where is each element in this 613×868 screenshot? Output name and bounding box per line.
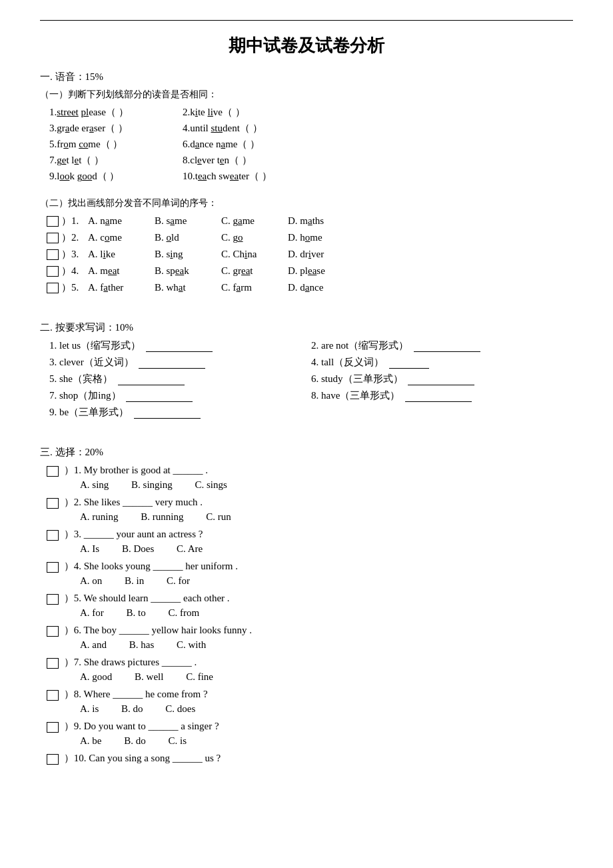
choice-options-7: A. good B. well C. fine — [47, 671, 573, 683]
choice-q4-a: A. on — [80, 575, 102, 586]
vocab-row-2: 3. clever（近义词） 4. tall（反义词） — [49, 356, 573, 369]
vocab-item-2: 2. are not（缩写形式） — [311, 339, 573, 352]
q4-num: 4. — [183, 123, 190, 134]
q10-word2b: ea — [230, 171, 239, 182]
choice-bracket-4 — [47, 562, 59, 573]
choice-bracket-8 — [47, 690, 59, 701]
choice-q8-c: C. does — [165, 703, 195, 714]
q10-word1b: ea — [198, 171, 207, 182]
v7-blank — [126, 391, 193, 402]
p2-c2: C. go — [221, 232, 288, 243]
q1-word1: str — [57, 107, 67, 118]
p2-a2: A. come — [88, 232, 155, 243]
v2-blank — [414, 341, 480, 352]
q3-word2b: a — [89, 123, 94, 134]
choice-q10: ）10. Can you sing a song ______ us ? — [47, 752, 573, 765]
p2-d5: D. dance — [288, 282, 323, 293]
q3-word2c: ser（ ） — [94, 122, 128, 135]
phonics-item-2: 2. kite live （ ） — [183, 106, 316, 119]
q8-word2c: n（ ） — [225, 154, 252, 167]
phonics-questions: 1. street please （ ） 2. kite live （ ） 3.… — [40, 106, 573, 183]
q6-word1: d — [190, 139, 195, 150]
q9-word2c: d（ ） — [92, 170, 119, 183]
q2-num: 2. — [183, 107, 190, 118]
choice-q8-a: A. is — [80, 703, 99, 714]
p2-c3: C. China — [221, 249, 288, 260]
q3-word2: er — [81, 123, 89, 134]
p2-b2: B. old — [155, 232, 221, 243]
v4-blank — [389, 358, 429, 369]
vocab-item-6: 6. study（三单形式） — [311, 373, 573, 385]
phonics-item-6: 6. dance name（ ） — [183, 138, 316, 151]
v7-num: 7. shop（加ing） — [49, 390, 121, 401]
choice-bracket-10 — [47, 754, 59, 765]
choice-q6-c: C. with — [177, 639, 206, 650]
choice-bracket-9 — [47, 722, 59, 733]
p2-bracket-2 — [47, 233, 59, 243]
choice-bracket-2 — [47, 498, 59, 509]
q10-word2c: ter（ ） — [239, 170, 272, 183]
v8-num: 8. have（三单形式） — [311, 390, 400, 401]
q8-num: 8. — [183, 155, 190, 166]
phonics-item-9: 9. look good（ ） — [49, 170, 183, 183]
vocab-item-9: 9. be（三单形式） — [49, 406, 311, 419]
choice-questions: ）1. My brother is good at ______ . A. si… — [40, 464, 573, 765]
p2-c4: C. great — [221, 265, 288, 277]
choice-bracket-1 — [47, 466, 59, 477]
q2-word1: k — [190, 107, 195, 118]
vocab-item-7: 7. shop（加ing） — [49, 389, 311, 402]
choice-q3-b: B. Does — [122, 543, 154, 554]
choice-q8: ）8. Where ______ he come from ? — [47, 688, 573, 701]
v1-num: 1. let us（缩写形式） — [49, 340, 141, 351]
q5-word1c: m — [69, 139, 77, 150]
choice-bracket-7 — [47, 658, 59, 669]
phonics2-questions: ）1. A. name B. same C. game D. maths ）2.… — [40, 215, 573, 294]
p2-d4: D. please — [288, 265, 325, 277]
p2-a3: A. like — [88, 249, 155, 260]
p2-num-4: ）4. — [61, 265, 88, 277]
phonics-row-5: 9. look good（ ） 10. teach sweater（ ） — [40, 170, 573, 183]
v1-blank — [146, 341, 213, 352]
q4-word2: stu — [211, 123, 223, 134]
q6-word1b: a — [195, 139, 200, 150]
choice-q6: ）6. The boy ______ yellow hair looks fun… — [47, 624, 573, 637]
section2-title: 二. 按要求写词：10% — [40, 321, 573, 334]
p2-c1: C. game — [221, 215, 288, 227]
q1-bracket: （ ） — [106, 106, 129, 119]
choice-q1-text: ）1. My brother is good at ______ . — [64, 465, 208, 475]
q2-bracket: （ ） — [223, 106, 245, 119]
p2-row-2: ）2. A. come B. old C. go D. home — [47, 231, 573, 244]
choice-q9-b: B. do — [124, 735, 146, 746]
choice-q4-text: ）4. She looks young ______ her uniform . — [64, 561, 238, 571]
phonics-row-2: 3. grade eraser（ ） 4. until student（ ） — [40, 122, 573, 135]
vocab-row-1: 1. let us（缩写形式） 2. are not（缩写形式） — [49, 339, 573, 352]
p2-num-5: ）5. — [61, 281, 88, 294]
p2-b1: B. same — [155, 215, 221, 227]
q8-word2b: e — [220, 155, 225, 166]
choice-q2-b: B. running — [141, 511, 183, 522]
choice-options-5: A. for B. to C. from — [47, 607, 573, 619]
choice-q2-text: ）2. She likes ______ very much . — [64, 497, 203, 507]
v5-blank — [118, 375, 185, 385]
q4-word2b: dent（ ） — [223, 122, 263, 135]
vocab-item-3: 3. clever（近义词） — [49, 356, 311, 369]
p2-row-3: ）3. A. like B. sing C. China D. driver — [47, 248, 573, 261]
v4-num: 4. tall（反义词） — [311, 357, 384, 367]
p2-b5: B. what — [155, 282, 221, 293]
q6-word2b: a — [221, 139, 226, 150]
q5-num: 5. — [49, 139, 57, 150]
q6-word1c: nce — [199, 139, 213, 150]
choice-q4-b: B. in — [125, 575, 144, 586]
p2-bracket-5 — [47, 283, 59, 293]
choice-q1-a: A. sing — [80, 479, 109, 490]
p2-row-5: ）5. A. father B. what C. farm D. dance — [47, 281, 573, 294]
p2-bracket-3 — [47, 249, 59, 260]
vocab-item-1: 1. let us（缩写形式） — [49, 339, 311, 352]
phonics-item-5: 5. from come（ ） — [49, 138, 183, 151]
q7-word1c: t — [66, 155, 69, 166]
q9-word1b: oo — [59, 171, 69, 182]
vocab-questions: 1. let us（缩写形式） 2. are not（缩写形式） 3. clev… — [40, 339, 573, 419]
section1-title: 一. 语音：15% — [40, 71, 573, 83]
choice-q5: ）5. We should learn ______ each other . — [47, 592, 573, 605]
choice-bracket-5 — [47, 594, 59, 605]
